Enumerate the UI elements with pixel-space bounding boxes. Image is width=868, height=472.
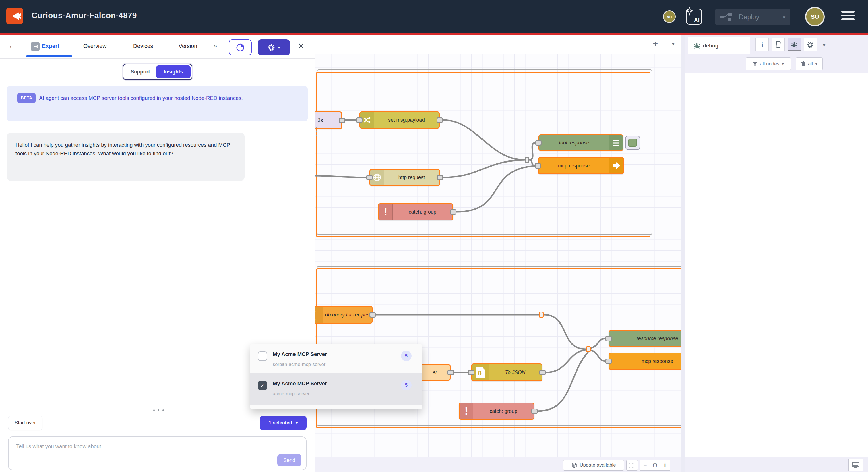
debug-clear-button[interactable]: all ▾ xyxy=(796,57,823,70)
settings-tab-button[interactable] xyxy=(804,38,817,51)
mcp-server-option[interactable]: ✓ My Acme MCP Server acme-mcp-server 5 xyxy=(250,373,422,405)
mcp-server-option[interactable]: My Acme MCP Server serban-acme-mcp-serve… xyxy=(250,344,422,373)
flow-node-set-msg-payload[interactable]: set msg.payload xyxy=(360,111,440,129)
filter-caret-icon: ▾ xyxy=(782,62,784,66)
flow-node-to-json[interactable]: {}To JSON xyxy=(471,363,542,381)
input-port[interactable] xyxy=(356,117,363,123)
debug-enable-toggle[interactable] xyxy=(625,136,640,150)
output-port[interactable] xyxy=(369,312,376,318)
avatar-large[interactable]: SU xyxy=(805,7,825,26)
assistant-settings-button[interactable]: ▾ xyxy=(258,39,290,55)
add-flow-button[interactable]: + xyxy=(653,39,658,49)
brace-icon: { xyxy=(315,306,323,323)
input-port[interactable] xyxy=(468,370,474,375)
wire[interactable] xyxy=(538,353,588,411)
flow-node-http-request[interactable]: http request xyxy=(369,169,440,186)
output-port[interactable] xyxy=(339,118,345,123)
mcp-server-tools-link[interactable]: MCP server tools xyxy=(88,95,129,101)
flowfuse-logo-icon[interactable] xyxy=(6,8,23,24)
panel-resize-gutter[interactable] xyxy=(681,35,685,472)
wire[interactable] xyxy=(591,338,606,348)
output-port[interactable] xyxy=(531,409,538,414)
output-port[interactable] xyxy=(450,209,456,215)
flow-node-resource-response[interactable]: resource response xyxy=(609,330,681,347)
wire[interactable] xyxy=(456,166,535,212)
beta-text-before: AI agent can access xyxy=(39,95,88,101)
input-port[interactable] xyxy=(366,175,373,180)
server-title: My Acme MCP Server xyxy=(273,351,327,357)
sidebar-menu-caret-icon[interactable]: ▾ xyxy=(823,41,826,48)
wire[interactable] xyxy=(443,120,524,160)
server-subtitle: serban-acme-mcp-server xyxy=(273,362,326,367)
assistant-tab-bar: ← Expert Overview Devices Version » xyxy=(0,35,315,59)
zoom-out-button[interactable]: − xyxy=(640,460,650,471)
sidebar-footer xyxy=(685,457,868,472)
input-port[interactable] xyxy=(606,336,612,342)
back-arrow-icon[interactable]: ← xyxy=(8,41,16,50)
zoom-in-button[interactable]: + xyxy=(660,460,670,471)
wire[interactable] xyxy=(315,176,367,177)
chat-input-placeholder: Tell us what you want to know about xyxy=(16,443,101,450)
usage-chart-button[interactable] xyxy=(229,39,252,55)
flow-node-mcp-response-bottom[interactable]: mcp response xyxy=(609,353,681,370)
flow-node-catch-group-bottom[interactable]: !catch: group xyxy=(459,403,534,420)
clear-caret-icon: ▾ xyxy=(815,62,817,66)
wire[interactable] xyxy=(530,143,536,160)
mode-toggle: Support Insights xyxy=(123,64,192,80)
input-port[interactable] xyxy=(535,140,541,146)
wire[interactable] xyxy=(591,350,606,361)
flow-tabs-menu-icon[interactable]: ▾ xyxy=(672,40,675,47)
debug-tab-button[interactable] xyxy=(787,38,801,51)
flow-node-mcp-response-top[interactable]: mcp response xyxy=(538,157,624,174)
checkbox-unchecked[interactable] xyxy=(258,351,267,361)
wire-junction[interactable] xyxy=(586,346,591,352)
node-label: set msg.payload xyxy=(374,112,439,128)
tab-debug[interactable]: debug xyxy=(688,37,750,54)
panel-resize-handle[interactable] xyxy=(153,409,164,411)
send-button[interactable]: Send xyxy=(277,454,301,466)
flow-node-tool-response[interactable]: tool response xyxy=(538,135,623,151)
output-port[interactable] xyxy=(539,370,546,375)
flow-node-db-query-for-recipes[interactable]: {db query for recipes xyxy=(315,306,373,324)
tab-version[interactable]: Version xyxy=(179,43,197,49)
tab-devices[interactable]: Devices xyxy=(133,43,153,49)
hamburger-menu-icon[interactable] xyxy=(841,11,855,22)
tab-expert[interactable]: Expert xyxy=(42,43,59,49)
selected-servers-button[interactable]: 1 selected ▾ xyxy=(260,416,307,430)
help-tab-button[interactable] xyxy=(772,38,785,51)
flow-node-inject-2s[interactable]: 2s xyxy=(315,111,342,129)
tab-overview[interactable]: Overview xyxy=(83,43,106,49)
close-icon[interactable]: × xyxy=(298,40,304,52)
checkbox-checked[interactable]: ✓ xyxy=(258,381,267,390)
flow-node-mcp-server-partial[interactable]: er xyxy=(419,364,451,381)
node-label: tool response xyxy=(539,135,609,150)
wire[interactable] xyxy=(530,160,535,166)
wire-junction[interactable] xyxy=(525,157,529,163)
output-port[interactable] xyxy=(437,117,443,123)
zoom-reset-button[interactable]: O xyxy=(650,460,660,471)
start-over-button[interactable]: Start over xyxy=(8,416,42,430)
wire-junction[interactable] xyxy=(539,312,544,318)
minimap-button[interactable] xyxy=(626,460,638,471)
toggle-support[interactable]: Support xyxy=(125,65,156,78)
chat-input[interactable]: Tell us what you want to know about Send xyxy=(8,436,307,470)
output-port[interactable] xyxy=(437,175,443,180)
output-port[interactable] xyxy=(447,370,454,375)
input-port[interactable] xyxy=(606,359,612,364)
wire[interactable] xyxy=(546,350,586,373)
panel-drag-dots-icon[interactable] xyxy=(316,127,317,139)
more-tabs-icon[interactable]: » xyxy=(214,42,217,50)
debug-filter-button[interactable]: all nodes ▾ xyxy=(746,57,791,70)
open-in-window-button[interactable] xyxy=(848,459,863,471)
toggle-insights[interactable]: Insights xyxy=(156,65,191,78)
deploy-caret-icon[interactable]: ▾ xyxy=(783,14,785,20)
wire[interactable] xyxy=(443,160,524,177)
flow-node-catch-group-top[interactable]: !catch: group xyxy=(378,203,453,220)
info-tab-button[interactable]: i xyxy=(755,38,769,51)
wire[interactable] xyxy=(544,315,586,349)
input-port[interactable] xyxy=(535,163,541,169)
ai-assistant-icon[interactable]: AI xyxy=(686,9,702,25)
avatar-small[interactable]: su xyxy=(663,10,676,23)
deploy-button[interactable]: Deploy ▾ xyxy=(715,9,790,25)
update-available-button[interactable]: Update available xyxy=(563,460,624,471)
